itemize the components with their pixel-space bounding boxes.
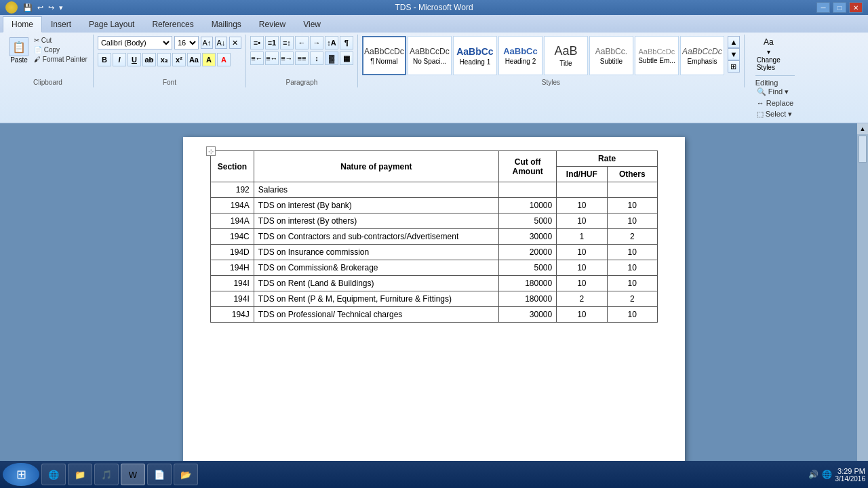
replace-btn[interactable]: ↔ Replace [755,98,795,108]
decrease-indent-btn[interactable]: ← [295,36,309,49]
sort-btn[interactable]: ↕A [325,36,338,49]
italic-btn[interactable]: I [113,53,126,66]
borders-btn[interactable]: ▦ [340,52,353,65]
grow-font-btn[interactable]: A↑ [201,37,213,49]
style-no-spacing[interactable]: AaBbCcDc No Spaci... [408,36,452,75]
styles-more-btn[interactable]: ⊞ [728,60,740,73]
copy-btn[interactable]: 📄 Copy [33,45,89,54]
tab-home[interactable]: Home [3,16,42,33]
justify-btn[interactable]: ≡≡ [295,52,309,65]
cell-others-194d: 10 [607,245,657,260]
cell-ind-194a1: 10 [557,198,607,214]
bullets-btn[interactable]: ≡• [250,36,264,49]
save-quick-btn[interactable]: 💾 [22,3,34,12]
tab-insert[interactable]: Insert [42,16,80,33]
undo-quick-btn[interactable]: ↩ [36,3,45,12]
tab-references[interactable]: References [143,16,202,33]
taskbar-pdf-btn[interactable]: 📄 [147,464,172,485]
font-group: Calibri (Body) 16 A↑ A↓ ✕ B I U ab x₂ x² [94,35,246,87]
style-heading2[interactable]: AaBbCc Heading 2 [498,36,542,75]
styles-down-btn[interactable]: ▼ [728,48,740,60]
font-color-btn[interactable]: A [217,53,231,66]
taskbar-word-btn[interactable]: W [121,464,145,485]
start-button[interactable]: ⊞ [3,463,39,486]
select-btn[interactable]: ⬚ Select ▾ [755,109,795,119]
table-move-handle[interactable]: ⊹ [206,146,216,156]
numbering-btn[interactable]: ≡1 [265,36,279,49]
cut-btn[interactable]: ✂ Cut [33,36,89,45]
editing-label: Editing [755,79,795,87]
cell-ind-192 [557,182,607,198]
cell-others-194i2: 2 [607,291,657,307]
close-btn[interactable]: ✕ [849,2,863,13]
scroll-thumb[interactable] [859,136,867,163]
minimize-btn[interactable]: ─ [816,2,830,13]
subscript-btn[interactable]: x₂ [157,53,171,66]
line-spacing-btn[interactable]: ↕ [310,52,323,65]
tab-review[interactable]: Review [250,16,294,33]
style-subtle-em[interactable]: AaBbCcDc Subtle Em... [635,36,679,75]
align-left-btn[interactable]: ≡← [250,52,264,65]
header-rate: Rate [557,151,658,167]
cell-section-194d: 194D [211,245,254,260]
paste-btn[interactable]: 📋 Paste [7,36,31,65]
align-center-btn[interactable]: ≡↔ [265,52,279,65]
style-title[interactable]: AaB Title [544,36,588,75]
table-row: 194C TDS on Contractors and sub-contract… [211,229,658,245]
style-subtitle[interactable]: AaBbCc. Subtitle [589,36,633,75]
table-row: 194H TDS on Commission& Brokerage 5000 1… [211,260,658,276]
cell-nature-194a1: TDS on interest (By bank) [254,198,498,214]
clear-format-btn[interactable]: ✕ [229,37,241,49]
tab-view[interactable]: View [294,16,330,33]
tab-page-layout[interactable]: Page Layout [80,16,143,33]
cell-others-194h: 10 [607,260,657,276]
cell-nature-192: Salaries [254,182,498,198]
change-styles-btn[interactable]: Aa▾ ChangeStyles [755,36,782,73]
taskbar-explorer-btn[interactable]: 📁 [68,464,92,485]
cell-section-194a2: 194A [211,214,254,229]
taskbar-browser-btn[interactable]: 🌐 [41,464,66,485]
dropdown-quick-btn[interactable]: ▾ [58,3,64,12]
font-name-select[interactable]: Calibri (Body) [98,36,172,49]
taskbar-folder-btn[interactable]: 📂 [174,464,198,485]
format-painter-btn[interactable]: 🖌 Format Painter [33,55,89,64]
cell-nature-194d: TDS on Insurance commission [254,245,498,260]
style-normal[interactable]: AaBbCcDc ¶ Normal [362,36,406,75]
scroll-up-btn[interactable]: ▲ [857,123,868,134]
strikethrough-btn[interactable]: ab [142,53,156,66]
font-size-select[interactable]: 16 [174,36,199,49]
cell-others-192 [607,182,657,198]
taskbar-media-btn[interactable]: 🎵 [94,464,119,485]
shading-btn[interactable]: ▓ [325,52,338,65]
ribbon-content: 📋 Paste ✂ Cut 📄 Copy 🖌 Format Painter Cl… [0,33,868,123]
taskbar: ⊞ 🌐 📁 🎵 W 📄 📂 🔊 🌐 3:29 PM 3/14/2016 [0,461,868,488]
change-case-btn[interactable]: Aa [187,53,201,66]
cell-section-194j: 194J [211,307,254,323]
redo-quick-btn[interactable]: ↪ [47,3,56,12]
superscript-btn[interactable]: x² [172,53,186,66]
vertical-scrollbar[interactable]: ▲ ▼ [857,123,868,488]
increase-indent-btn[interactable]: → [310,36,323,49]
styles-up-btn[interactable]: ▲ [728,36,740,48]
shrink-font-btn[interactable]: A↓ [215,37,227,49]
cell-ind-194a2: 10 [557,214,607,229]
find-btn[interactable]: 🔍 Find ▾ [755,87,795,97]
style-heading1[interactable]: AaBbCc Heading 1 [453,36,497,75]
clock-time: 3:29 PM [835,467,866,475]
maximize-btn[interactable]: □ [833,2,846,13]
style-emphasis[interactable]: AaBbCcDc Emphasis [680,36,724,75]
editing-group-content: Aa▾ ChangeStyles Editing 🔍 Find ▾ ↔ Repl… [755,36,795,119]
align-right-btn[interactable]: ≡→ [280,52,294,65]
styles-group: AaBbCcDc ¶ Normal AaBbCcDc No Spaci... A… [358,35,745,87]
editing-group: Aa▾ ChangeStyles Editing 🔍 Find ▾ ↔ Repl… [745,35,806,121]
tab-mailings[interactable]: Mailings [203,16,250,33]
cell-cutoff-194j: 30000 [499,307,557,323]
underline-btn[interactable]: U [127,53,141,66]
cell-cutoff-194a1: 10000 [499,198,557,214]
bold-btn[interactable]: B [98,53,111,66]
highlight-btn[interactable]: A [202,53,216,66]
cell-nature-194i1: TDS on Rent (Land & Buildings) [254,276,498,291]
multilevel-btn[interactable]: ≡↕ [280,36,294,49]
show-formatting-btn[interactable]: ¶ [340,36,353,49]
word-icon [5,1,18,14]
